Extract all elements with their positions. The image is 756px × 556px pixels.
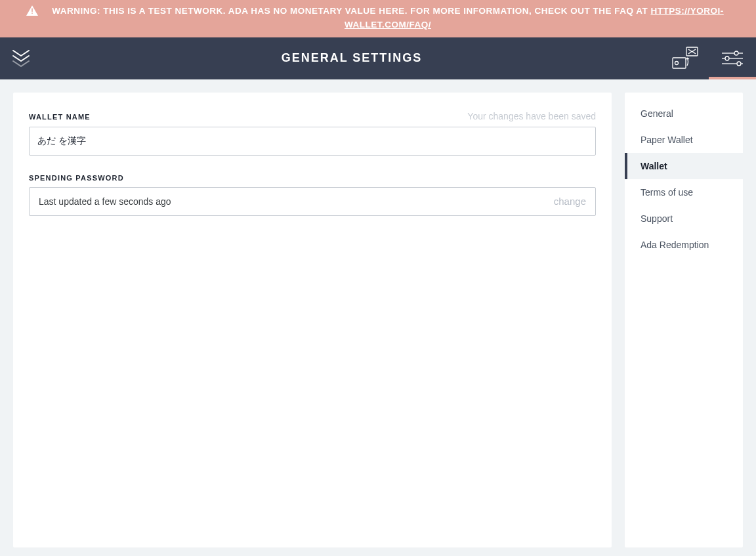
sidebar-item-label: General (640, 108, 673, 119)
sidebar-item-general[interactable]: General (625, 100, 743, 127)
sidebar-item-wallet[interactable]: Wallet (625, 153, 743, 179)
spending-password-box: Last updated a few seconds ago change (29, 187, 596, 216)
test-network-warning-banner: WARNING: THIS IS A TEST NETWORK. ADA HAS… (0, 0, 756, 37)
settings-nav-button[interactable] (709, 37, 756, 79)
sidebar-item-terms-of-use[interactable]: Terms of use (625, 179, 743, 205)
sidebar-item-support[interactable]: Support (625, 205, 743, 232)
settings-sidebar: General Paper Wallet Wallet Terms of use… (625, 93, 743, 547)
app-logo[interactable] (0, 48, 42, 69)
wallet-name-input[interactable] (29, 127, 596, 156)
spending-password-group: SPENDING PASSWORD Last updated a few sec… (29, 174, 596, 216)
sidebar-item-label: Paper Wallet (640, 135, 693, 145)
page-title: GENERAL SETTINGS (42, 51, 662, 65)
wallet-name-group: WALLET NAME Your changes have been saved (29, 111, 596, 156)
sidebar-item-ada-redemption[interactable]: Ada Redemption (625, 232, 743, 258)
wallet-name-label: WALLET NAME (29, 113, 91, 121)
settings-form-card: WALLET NAME Your changes have been saved… (13, 93, 612, 547)
sidebar-item-label: Wallet (640, 161, 667, 171)
sidebar-item-paper-wallet[interactable]: Paper Wallet (625, 127, 743, 153)
spending-password-label: SPENDING PASSWORD (29, 174, 124, 182)
wallets-nav-button[interactable] (662, 37, 709, 79)
warning-prefix: WARNING: THIS IS A TEST NETWORK. ADA HAS… (52, 6, 650, 16)
svg-rect-1 (32, 12, 33, 14)
warning-text: WARNING: THIS IS A TEST NETWORK. ADA HAS… (46, 5, 730, 32)
svg-point-10 (737, 62, 741, 66)
saved-message: Your changes have been saved (467, 111, 596, 121)
sidebar-item-label: Terms of use (640, 187, 693, 198)
svg-point-4 (675, 61, 679, 64)
sidebar-item-label: Ada Redemption (640, 240, 709, 250)
change-password-link[interactable]: change (554, 196, 586, 207)
svg-rect-0 (32, 9, 33, 12)
sidebar-item-label: Support (640, 213, 673, 224)
spending-password-status: Last updated a few seconds ago (39, 196, 171, 207)
svg-point-8 (734, 51, 738, 55)
warning-icon (26, 5, 38, 20)
svg-point-9 (725, 56, 729, 60)
app-header: GENERAL SETTINGS (0, 37, 756, 79)
